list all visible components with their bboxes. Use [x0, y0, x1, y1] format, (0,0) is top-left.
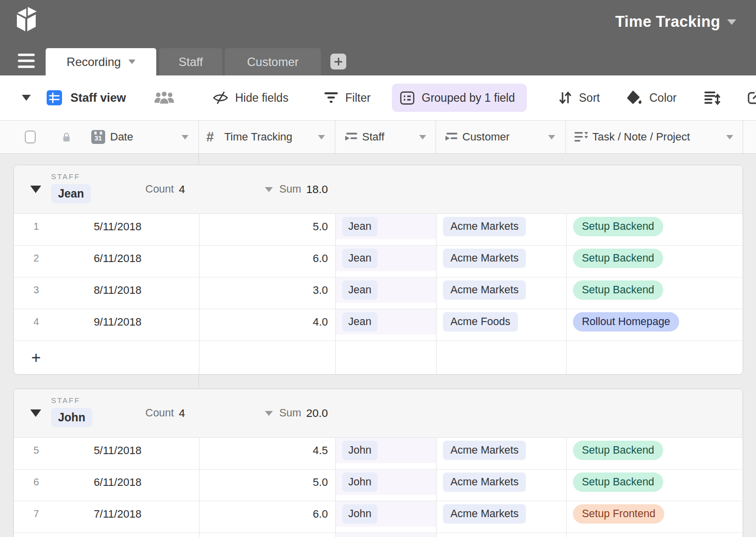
- table-row[interactable]: 2 6/11/2018 6.0 Jean Acme Markets Setup …: [14, 246, 743, 277]
- customer-cell[interactable]: Acme Markets: [436, 280, 566, 300]
- collaborators-icon[interactable]: [154, 90, 175, 106]
- column-divider[interactable]: [335, 121, 335, 153]
- chevron-down-icon: [727, 19, 736, 25]
- customer-cell[interactable]: Acme Markets: [436, 217, 566, 236]
- select-all-checkbox[interactable]: [25, 131, 36, 143]
- date-cell[interactable]: 8/11/2018: [59, 284, 199, 297]
- column-header-date[interactable]: Date: [110, 121, 133, 153]
- view-name[interactable]: Staff view: [70, 91, 126, 105]
- table-row[interactable]: 3 8/11/2018 3.0 Jean Acme Markets Setup …: [14, 277, 743, 309]
- customer-cell[interactable]: Acme Markets: [436, 441, 566, 460]
- hours-cell[interactable]: 5.0: [199, 220, 335, 233]
- column-menu-task[interactable]: [726, 121, 733, 153]
- share-view-icon[interactable]: [746, 90, 756, 106]
- group-count-summary[interactable]: Count 4: [14, 389, 185, 437]
- hours-cell[interactable]: 6.0: [199, 252, 335, 265]
- view-sidebar-toggle-icon[interactable]: [22, 95, 31, 101]
- hours-cell[interactable]: 6.0: [199, 508, 335, 521]
- hours-cell[interactable]: 4.0: [199, 316, 335, 329]
- color-button[interactable]: Color: [626, 90, 677, 105]
- column-header-time-tracking[interactable]: Time Tracking: [224, 121, 292, 153]
- multiselect-icon: [573, 121, 588, 153]
- tab-customer[interactable]: Customer: [225, 48, 321, 75]
- table-row[interactable]: [14, 533, 743, 537]
- staff-cell[interactable]: Jean: [335, 214, 436, 239]
- column-menu-customer[interactable]: [548, 121, 555, 153]
- add-record-row[interactable]: +: [14, 341, 743, 374]
- group-count-summary[interactable]: Count 4: [14, 165, 185, 213]
- staff-cell[interactable]: John: [335, 470, 436, 495]
- column-header-staff[interactable]: Staff: [362, 121, 384, 153]
- app-window: Time Tracking Recording Staff Customer S…: [0, 0, 756, 537]
- task-pill: Setup Backend: [573, 249, 663, 268]
- group-sum-summary[interactable]: Sum 20.0: [199, 389, 328, 437]
- tab-staff[interactable]: Staff: [159, 48, 222, 75]
- customer-pill: Acme Foods: [443, 312, 518, 332]
- task-cell[interactable]: Setup Backend: [566, 249, 743, 268]
- task-cell[interactable]: Setup Backend: [566, 280, 743, 300]
- hours-cell[interactable]: 4.5: [199, 444, 335, 457]
- staff-cell[interactable]: Jean: [335, 277, 436, 303]
- column-divider[interactable]: [436, 121, 436, 153]
- column-divider[interactable]: [566, 121, 566, 153]
- group-icon: [400, 90, 415, 105]
- count-value: 4: [179, 183, 185, 196]
- plus-icon[interactable]: +: [31, 349, 41, 366]
- date-cell[interactable]: 5/11/2018: [59, 220, 199, 233]
- staff-cell[interactable]: Jean: [335, 309, 436, 335]
- task-cell[interactable]: Setup Backend: [566, 441, 743, 460]
- staff-cell[interactable]: Jean: [335, 246, 436, 271]
- table-row[interactable]: 4 9/11/2018 4.0 Jean Acme Foods Rollout …: [14, 309, 743, 341]
- group-header: STAFF Jean Count 4 Sum 18.0: [14, 165, 743, 214]
- hide-fields-button[interactable]: Hide fields: [212, 90, 288, 106]
- staff-pill: John: [342, 504, 378, 524]
- paint-bucket-icon: [626, 90, 643, 105]
- table-row[interactable]: 1 5/11/2018 5.0 Jean Acme Markets Setup …: [14, 214, 743, 246]
- chevron-down-icon: [265, 411, 273, 416]
- column-divider-stub: [198, 154, 199, 165]
- menu-icon[interactable]: [18, 54, 35, 68]
- column-header-customer[interactable]: Customer: [462, 121, 509, 153]
- filter-button[interactable]: Filter: [323, 91, 371, 105]
- group-rows: 1 5/11/2018 5.0 Jean Acme Markets Setup …: [14, 214, 743, 374]
- table-row[interactable]: 5 5/11/2018 4.5 John Acme Markets Setup …: [14, 438, 743, 470]
- date-cell[interactable]: 9/11/2018: [59, 316, 199, 329]
- customer-cell[interactable]: Acme Foods: [436, 312, 566, 332]
- date-cell[interactable]: 7/11/2018: [59, 508, 199, 521]
- task-cell[interactable]: Setup Backend: [566, 472, 743, 492]
- hours-cell[interactable]: 5.0: [199, 476, 335, 489]
- tab-recording[interactable]: Recording: [46, 48, 156, 75]
- staff-cell[interactable]: [335, 533, 436, 537]
- customer-cell[interactable]: Acme Markets: [436, 249, 566, 268]
- app-logo-icon[interactable]: [14, 7, 39, 35]
- base-name-menu[interactable]: Time Tracking: [615, 13, 736, 31]
- date-cell[interactable]: 5/11/2018: [59, 444, 199, 457]
- column-header-task[interactable]: Task / Note / Project: [592, 121, 690, 153]
- column-menu-time-tracking[interactable]: [318, 121, 325, 153]
- column-menu-staff[interactable]: [419, 121, 426, 153]
- add-table-button[interactable]: [330, 54, 346, 69]
- group-button[interactable]: Grouped by 1 field: [392, 84, 527, 112]
- column-menu-date[interactable]: [182, 121, 189, 153]
- row-number: 4: [14, 316, 59, 328]
- table-row[interactable]: 7 7/11/2018 6.0 John Acme Markets Setup …: [14, 501, 743, 533]
- customer-cell[interactable]: Acme Markets: [436, 504, 566, 524]
- group-sum-summary[interactable]: Sum 18.0: [199, 165, 328, 213]
- row-height-icon[interactable]: [703, 90, 721, 106]
- customer-pill: Acme Markets: [443, 249, 526, 268]
- task-cell[interactable]: Setup Backend: [566, 217, 743, 236]
- task-pill: Setup Backend: [573, 280, 663, 300]
- task-cell[interactable]: Setup Frontend: [566, 504, 743, 524]
- staff-cell[interactable]: John: [335, 501, 436, 527]
- staff-cell[interactable]: John: [335, 438, 436, 463]
- hours-cell[interactable]: 3.0: [199, 284, 335, 297]
- task-cell[interactable]: Rollout Homepage: [566, 312, 743, 332]
- table-row[interactable]: 6 6/11/2018 5.0 John Acme Markets Setup …: [14, 470, 743, 501]
- customer-cell[interactable]: Acme Markets: [436, 472, 566, 492]
- column-divider[interactable]: [198, 121, 199, 153]
- sort-button[interactable]: Sort: [558, 90, 600, 106]
- number-icon: #: [206, 121, 214, 153]
- staff-pill: Jean: [342, 312, 378, 332]
- date-cell[interactable]: 6/11/2018: [59, 476, 199, 489]
- date-cell[interactable]: 6/11/2018: [59, 252, 199, 265]
